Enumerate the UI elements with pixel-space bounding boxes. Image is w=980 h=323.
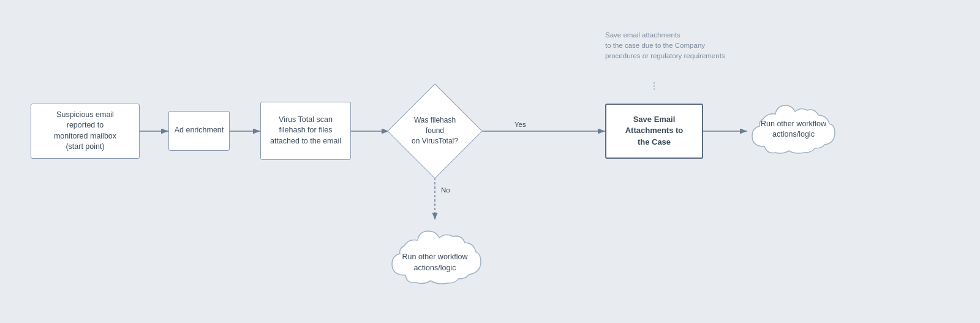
saveattachments-label: Save Email Attachments to the Case bbox=[625, 114, 684, 148]
saveattachments-node: Save Email Attachments to the Case bbox=[605, 104, 703, 159]
cloud-bottom-node: Run other workflow actions/logic bbox=[386, 220, 484, 294]
cloud-bottom-label: Run other workflow actions/logic bbox=[395, 240, 475, 273]
cloud-right-node: Run other workflow actions/logic bbox=[746, 94, 841, 165]
virusscan-node: Virus Total scan filehash for files atta… bbox=[260, 102, 351, 160]
enrichment-node: Ad enrichment bbox=[168, 111, 230, 151]
enrichment-label: Ad enrichment bbox=[175, 125, 224, 136]
yes-label: Yes bbox=[514, 121, 526, 128]
decision-node: Was filehash found on VirusTotal? bbox=[389, 97, 481, 165]
start-node: Suspicious email reported to monitored m… bbox=[31, 104, 140, 159]
decision-label: Was filehash found on VirusTotal? bbox=[404, 115, 466, 146]
annotation-label: Save email attachments to the case due t… bbox=[605, 31, 725, 60]
cloud-right-label: Run other workflow actions/logic bbox=[755, 110, 832, 150]
annotation-text: Save email attachments to the case due t… bbox=[605, 30, 752, 62]
diagram-container: Suspicious email reported to monitored m… bbox=[12, 12, 968, 312]
virusscan-label: Virus Total scan filehash for files atta… bbox=[270, 115, 341, 147]
no-label: No bbox=[441, 186, 450, 194]
start-label: Suspicious email reported to monitored m… bbox=[54, 110, 116, 153]
